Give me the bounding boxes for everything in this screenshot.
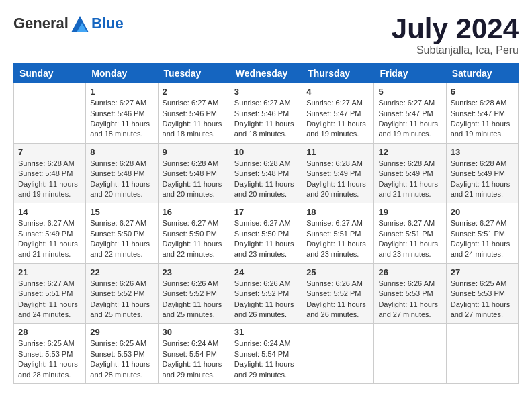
- day-info: Sunrise: 6:28 AM Sunset: 5:48 PM Dayligh…: [163, 158, 226, 200]
- day-number: 17: [234, 207, 298, 217]
- day-number: 4: [306, 87, 369, 97]
- table-row: 24Sunrise: 6:26 AM Sunset: 5:52 PM Dayli…: [230, 263, 302, 324]
- logo-blue-text: Blue: [91, 15, 124, 32]
- location-subtitle: Subtanjalla, Ica, Peru: [392, 44, 519, 56]
- calendar-week-row: 7Sunrise: 6:28 AM Sunset: 5:48 PM Daylig…: [14, 143, 519, 203]
- calendar-week-row: 21Sunrise: 6:27 AM Sunset: 5:51 PM Dayli…: [14, 263, 519, 324]
- day-info: Sunrise: 6:28 AM Sunset: 5:49 PM Dayligh…: [306, 158, 369, 200]
- day-number: 3: [234, 87, 298, 97]
- day-number: 11: [306, 147, 369, 157]
- table-row: 4Sunrise: 6:27 AM Sunset: 5:47 PM Daylig…: [302, 83, 374, 144]
- table-row: 12Sunrise: 6:28 AM Sunset: 5:49 PM Dayli…: [374, 143, 446, 203]
- calendar-week-row: 1Sunrise: 6:27 AM Sunset: 5:46 PM Daylig…: [14, 83, 519, 144]
- day-info: Sunrise: 6:27 AM Sunset: 5:46 PM Dayligh…: [90, 98, 153, 140]
- day-info: Sunrise: 6:24 AM Sunset: 5:54 PM Dayligh…: [234, 338, 298, 380]
- day-info: Sunrise: 6:28 AM Sunset: 5:47 PM Dayligh…: [451, 98, 514, 140]
- table-row: 7Sunrise: 6:28 AM Sunset: 5:48 PM Daylig…: [14, 143, 86, 203]
- table-row: 31Sunrise: 6:24 AM Sunset: 5:54 PM Dayli…: [230, 324, 302, 384]
- table-row: 10Sunrise: 6:28 AM Sunset: 5:48 PM Dayli…: [230, 143, 302, 203]
- header-tuesday: Tuesday: [158, 64, 230, 83]
- day-info: Sunrise: 6:28 AM Sunset: 5:48 PM Dayligh…: [18, 158, 81, 200]
- table-row: 22Sunrise: 6:26 AM Sunset: 5:52 PM Dayli…: [86, 263, 158, 324]
- table-row: 26Sunrise: 6:26 AM Sunset: 5:53 PM Dayli…: [374, 263, 446, 324]
- day-number: 9: [163, 147, 226, 157]
- header-friday: Friday: [374, 64, 446, 83]
- day-info: Sunrise: 6:27 AM Sunset: 5:51 PM Dayligh…: [378, 218, 441, 260]
- calendar-header-row: Sunday Monday Tuesday Wednesday Thursday…: [14, 64, 519, 83]
- table-row: 14Sunrise: 6:27 AM Sunset: 5:49 PM Dayli…: [14, 203, 86, 264]
- table-row: 8Sunrise: 6:28 AM Sunset: 5:48 PM Daylig…: [86, 143, 158, 203]
- logo-general-text: General: [13, 15, 69, 32]
- calendar-table: Sunday Monday Tuesday Wednesday Thursday…: [13, 63, 519, 384]
- day-number: 30: [163, 327, 226, 337]
- table-row: 6Sunrise: 6:28 AM Sunset: 5:47 PM Daylig…: [446, 83, 518, 144]
- day-number: 15: [90, 207, 153, 217]
- day-number: 20: [451, 207, 514, 217]
- day-info: Sunrise: 6:25 AM Sunset: 5:53 PM Dayligh…: [18, 338, 81, 380]
- day-info: Sunrise: 6:26 AM Sunset: 5:52 PM Dayligh…: [234, 279, 298, 320]
- day-info: Sunrise: 6:28 AM Sunset: 5:49 PM Dayligh…: [378, 158, 441, 200]
- table-row: 13Sunrise: 6:28 AM Sunset: 5:49 PM Dayli…: [446, 143, 518, 203]
- day-number: 31: [234, 327, 298, 337]
- day-number: 10: [234, 147, 298, 157]
- day-number: 1: [90, 87, 153, 97]
- day-number: 18: [306, 207, 369, 217]
- day-info: Sunrise: 6:26 AM Sunset: 5:52 PM Dayligh…: [163, 279, 226, 320]
- day-number: 28: [18, 327, 81, 337]
- table-row: 2Sunrise: 6:27 AM Sunset: 5:46 PM Daylig…: [158, 83, 230, 144]
- table-row: [14, 83, 86, 144]
- day-number: 29: [90, 327, 153, 337]
- day-number: 24: [234, 267, 298, 277]
- table-row: [446, 324, 518, 384]
- day-info: Sunrise: 6:26 AM Sunset: 5:52 PM Dayligh…: [306, 279, 369, 320]
- calendar-week-row: 14Sunrise: 6:27 AM Sunset: 5:49 PM Dayli…: [14, 203, 519, 264]
- day-number: 12: [378, 147, 441, 157]
- month-title: July 2024: [392, 13, 519, 44]
- day-number: 25: [306, 267, 369, 277]
- day-number: 5: [378, 87, 441, 97]
- day-info: Sunrise: 6:27 AM Sunset: 5:51 PM Dayligh…: [306, 218, 369, 260]
- table-row: 21Sunrise: 6:27 AM Sunset: 5:51 PM Dayli…: [14, 263, 86, 324]
- day-number: 13: [451, 147, 514, 157]
- day-number: 22: [90, 267, 153, 277]
- table-row: 27Sunrise: 6:25 AM Sunset: 5:53 PM Dayli…: [446, 263, 518, 324]
- table-row: 16Sunrise: 6:27 AM Sunset: 5:50 PM Dayli…: [158, 203, 230, 264]
- day-number: 2: [163, 87, 226, 97]
- table-row: 17Sunrise: 6:27 AM Sunset: 5:50 PM Dayli…: [230, 203, 302, 264]
- day-info: Sunrise: 6:28 AM Sunset: 5:49 PM Dayligh…: [451, 158, 514, 200]
- day-info: Sunrise: 6:27 AM Sunset: 5:46 PM Dayligh…: [234, 98, 298, 140]
- day-info: Sunrise: 6:25 AM Sunset: 5:53 PM Dayligh…: [451, 279, 514, 320]
- logo: General Blue: [13, 13, 124, 34]
- day-info: Sunrise: 6:27 AM Sunset: 5:47 PM Dayligh…: [306, 98, 369, 140]
- day-number: 26: [378, 267, 441, 277]
- header-wednesday: Wednesday: [230, 64, 302, 83]
- table-row: 20Sunrise: 6:27 AM Sunset: 5:51 PM Dayli…: [446, 203, 518, 264]
- logo-icon: [70, 13, 90, 34]
- header-saturday: Saturday: [446, 64, 518, 83]
- table-row: 3Sunrise: 6:27 AM Sunset: 5:46 PM Daylig…: [230, 83, 302, 144]
- table-row: 11Sunrise: 6:28 AM Sunset: 5:49 PM Dayli…: [302, 143, 374, 203]
- day-number: 21: [18, 267, 81, 277]
- day-number: 6: [451, 87, 514, 97]
- table-row: 29Sunrise: 6:25 AM Sunset: 5:53 PM Dayli…: [86, 324, 158, 384]
- header-monday: Monday: [86, 64, 158, 83]
- table-row: 9Sunrise: 6:28 AM Sunset: 5:48 PM Daylig…: [158, 143, 230, 203]
- day-info: Sunrise: 6:27 AM Sunset: 5:51 PM Dayligh…: [451, 218, 514, 260]
- table-row: 15Sunrise: 6:27 AM Sunset: 5:50 PM Dayli…: [86, 203, 158, 264]
- title-block: July 2024 Subtanjalla, Ica, Peru: [392, 13, 519, 56]
- table-row: 1Sunrise: 6:27 AM Sunset: 5:46 PM Daylig…: [86, 83, 158, 144]
- page-header: General Blue July 2024 Subtanjalla, Ica,…: [13, 13, 519, 56]
- day-info: Sunrise: 6:24 AM Sunset: 5:54 PM Dayligh…: [163, 338, 226, 380]
- day-info: Sunrise: 6:27 AM Sunset: 5:50 PM Dayligh…: [163, 218, 226, 260]
- day-number: 16: [163, 207, 226, 217]
- day-info: Sunrise: 6:28 AM Sunset: 5:48 PM Dayligh…: [234, 158, 298, 200]
- table-row: [302, 324, 374, 384]
- day-number: 14: [18, 207, 81, 217]
- day-info: Sunrise: 6:25 AM Sunset: 5:53 PM Dayligh…: [90, 338, 153, 380]
- table-row: 18Sunrise: 6:27 AM Sunset: 5:51 PM Dayli…: [302, 203, 374, 264]
- day-number: 23: [163, 267, 226, 277]
- table-row: 5Sunrise: 6:27 AM Sunset: 5:47 PM Daylig…: [374, 83, 446, 144]
- day-info: Sunrise: 6:26 AM Sunset: 5:52 PM Dayligh…: [90, 279, 153, 320]
- table-row: 28Sunrise: 6:25 AM Sunset: 5:53 PM Dayli…: [14, 324, 86, 384]
- day-info: Sunrise: 6:27 AM Sunset: 5:50 PM Dayligh…: [90, 218, 153, 260]
